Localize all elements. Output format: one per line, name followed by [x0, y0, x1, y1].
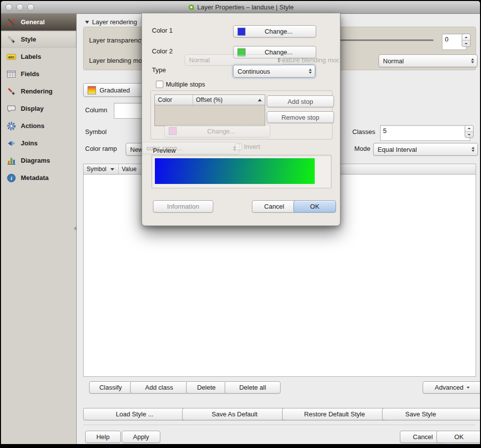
layer-rendering-header[interactable]: Layer rendering — [85, 18, 137, 26]
restore-default-style-button[interactable]: Restore Default Style — [282, 408, 387, 420]
color-ramp-label: Color ramp — [85, 145, 117, 152]
qgis-logo-icon — [188, 3, 195, 11]
ghost-blending-mode-select: Normal — [185, 54, 284, 66]
stops-table: Color Offset (%) — [154, 94, 265, 126]
tools-icon — [6, 17, 17, 28]
ghost-symbol-swatch — [169, 127, 177, 135]
load-style-button[interactable]: Load Style ... — [83, 408, 186, 420]
apply-button[interactable]: Apply — [122, 431, 160, 443]
transparency-stepper[interactable] — [462, 34, 471, 47]
info-icon: i — [6, 173, 17, 183]
sidebar-item-metadata[interactable]: i Metadata — [1, 169, 76, 186]
graduated-ramp-icon — [88, 86, 96, 94]
window-title: Layer Properties – landuse | Style — [197, 3, 294, 11]
ghost-invert-label: Invert — [244, 143, 260, 150]
layer-transparency-label: Layer transparency — [89, 37, 144, 44]
dropdown-arrow-icon — [467, 387, 470, 389]
gradient-preview — [155, 158, 315, 184]
dialog-ok-button[interactable]: OK — [293, 200, 336, 213]
ok-button[interactable]: OK — [436, 431, 480, 443]
delete-all-button[interactable]: Delete all — [225, 381, 281, 394]
gradient-ramp-dialog: Color 1 Change... Color 2 Change... Type… — [142, 13, 340, 226]
sort-ascending-icon — [258, 99, 262, 101]
save-as-default-button[interactable]: Save As Default — [182, 408, 287, 420]
stops-header-color[interactable]: Color — [155, 95, 193, 105]
sort-descending-icon — [110, 168, 114, 171]
gear-icon — [6, 121, 17, 132]
popup-arrows-icon — [306, 69, 312, 74]
table-grid-icon — [6, 69, 17, 80]
sidebar-item-label: Display — [21, 105, 44, 112]
classes-input[interactable]: 5 — [380, 125, 470, 141]
symbol-label: Symbol — [85, 128, 106, 135]
add-stop-button[interactable]: Add stop — [267, 95, 334, 107]
sidebar-item-labels[interactable]: abc Labels — [1, 48, 76, 65]
ghost-symbol-change-button: Change... — [164, 125, 270, 137]
classify-button[interactable]: Classify — [89, 381, 132, 394]
sidebar-item-general[interactable]: General — [1, 13, 76, 31]
stops-header-offset[interactable]: Offset (%) — [193, 95, 265, 105]
zoom-button[interactable] — [27, 4, 34, 11]
sidebar-item-joins[interactable]: Joins — [1, 134, 76, 152]
sidebar-item-label: Actions — [21, 122, 45, 130]
preview-label: Preview — [153, 147, 176, 154]
advanced-button[interactable]: Advanced — [423, 381, 480, 394]
add-class-button[interactable]: Add class — [130, 381, 188, 394]
table-header-symbol[interactable]: Symbol — [84, 164, 119, 174]
stops-table-body — [155, 105, 265, 126]
abc-label-icon: abc — [6, 51, 17, 62]
sidebar-item-label: Style — [21, 36, 36, 43]
remove-stop-button[interactable]: Remove stop — [267, 111, 334, 123]
sidebar-item-label: Fields — [21, 70, 40, 78]
feature-blending-mode-select[interactable]: Normal — [379, 54, 478, 67]
ghost-feature-blending-label: Feature blending mode — [278, 56, 339, 64]
type-select[interactable]: Continuous — [233, 65, 315, 78]
minimize-button[interactable] — [16, 4, 23, 11]
sidebar-item-label: Diagrams — [21, 157, 50, 164]
sidebar-item-label: Metadata — [21, 174, 48, 181]
multiple-stops-checkbox[interactable] — [156, 81, 163, 88]
color1-change-button[interactable]: Change... — [233, 25, 316, 38]
information-button[interactable]: Information — [153, 200, 213, 213]
color2-label: Color 2 — [152, 47, 173, 55]
sidebar-item-label: Joins — [21, 139, 38, 147]
mode-select[interactable]: Equal Interval — [373, 143, 478, 156]
sidebar-item-actions[interactable]: Actions — [1, 117, 76, 134]
classes-label: Classes — [352, 128, 375, 135]
help-button[interactable]: Help — [85, 431, 121, 443]
layer-blending-mode-label: Layer blending mode — [89, 57, 149, 64]
bar-chart-icon — [6, 155, 17, 166]
speech-bubble-icon — [6, 103, 17, 114]
sidebar-item-display[interactable]: Display — [1, 100, 76, 117]
properties-sidebar: General Style abc Labels Fields Renderin… — [1, 13, 77, 444]
popup-arrows-icon — [469, 147, 475, 152]
ghost-invert-checkbox — [235, 143, 242, 150]
paintbrush-icon — [6, 34, 17, 45]
sidebar-item-style[interactable]: Style — [1, 31, 76, 48]
sidebar-item-diagrams[interactable]: Diagrams — [1, 152, 76, 169]
mode-label: Mode — [354, 145, 371, 152]
color1-label: Color 1 — [152, 27, 173, 34]
sidebar-splitter-handle[interactable] — [74, 226, 77, 231]
sidebar-item-fields[interactable]: Fields — [1, 65, 76, 83]
sidebar-item-rendering[interactable]: Rendering — [1, 83, 76, 100]
dialog-cancel-button[interactable]: Cancel — [252, 200, 296, 213]
classes-stepper[interactable] — [465, 125, 474, 138]
multiple-stops-label: Multiple stops — [166, 81, 205, 88]
join-arrows-icon — [6, 138, 17, 149]
svg-text:abc: abc — [8, 55, 15, 59]
column-label: Column — [85, 106, 107, 114]
close-button[interactable] — [5, 4, 12, 11]
type-label: Type — [152, 66, 166, 74]
popup-arrows-icon — [468, 58, 474, 63]
delete-button[interactable]: Delete — [186, 381, 227, 394]
sidebar-item-label: Rendering — [21, 88, 52, 95]
window-titlebar: Layer Properties – landuse | Style — [1, 1, 480, 14]
render-brush-icon — [6, 86, 17, 97]
footer-divider — [83, 425, 475, 426]
layer-properties-window: Layer Properties – landuse | Style Gener… — [1, 1, 480, 444]
sidebar-item-label: Labels — [21, 53, 41, 60]
disclosure-triangle-icon — [85, 21, 89, 24]
save-style-button[interactable]: Save Style — [382, 408, 480, 420]
color1-swatch — [238, 28, 245, 36]
